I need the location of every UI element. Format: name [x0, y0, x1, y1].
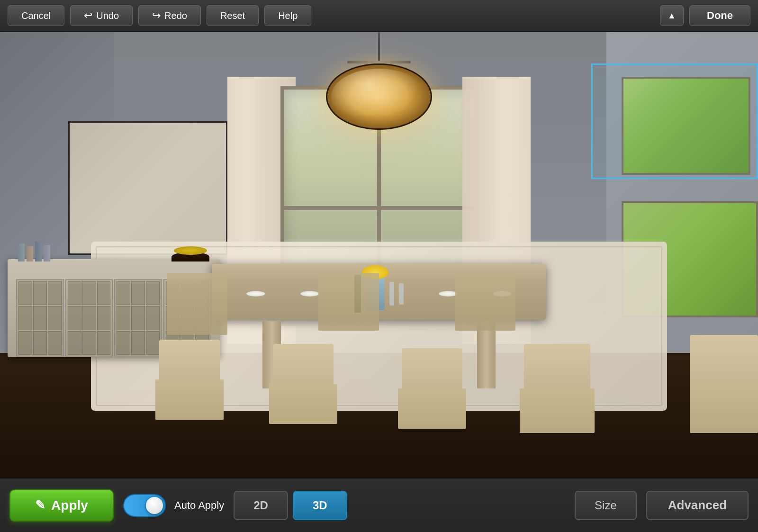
- redo-icon: ↪: [152, 9, 161, 22]
- table-leg-2: [477, 321, 496, 388]
- chair-back-center: [318, 273, 379, 331]
- toggle-knob: [146, 497, 163, 514]
- book-2: [27, 246, 33, 261]
- chandelier: [326, 32, 432, 130]
- chevron-up-icon: ▲: [668, 11, 676, 21]
- chandelier-chain: [378, 32, 380, 61]
- advanced-button[interactable]: Advanced: [646, 491, 749, 520]
- wine-glass-2: [399, 283, 404, 305]
- sideboard-door-1: [16, 279, 64, 357]
- scene-area[interactable]: [0, 32, 758, 478]
- undo-icon: ↩: [84, 9, 92, 22]
- view-3d-button[interactable]: 3D: [293, 491, 347, 520]
- auto-apply-toggle[interactable]: [123, 494, 166, 517]
- auto-apply-area: Auto Apply: [123, 494, 224, 517]
- view-mode-group: 2D 3D: [234, 491, 347, 520]
- window-right-upper: [622, 77, 750, 175]
- chair-front-right: [515, 344, 599, 433]
- size-button[interactable]: Size: [575, 491, 637, 520]
- auto-apply-label: Auto Apply: [174, 499, 224, 512]
- sideboard-door-2: [65, 279, 113, 357]
- fruits: [174, 246, 207, 255]
- done-button[interactable]: Done: [689, 5, 750, 26]
- chair-back-left: [167, 273, 227, 335]
- sideboard-items: [18, 242, 209, 261]
- book-3: [35, 242, 42, 261]
- top-toolbar: Cancel ↩ Undo ↪ Redo Reset Help ▲ Done: [0, 0, 758, 32]
- chandelier-body: [326, 63, 432, 130]
- plate-2: [300, 291, 319, 297]
- art-frame[interactable]: [68, 121, 227, 255]
- collapse-button[interactable]: ▲: [660, 5, 684, 26]
- book-4: [44, 245, 50, 261]
- pencil-icon: ✎: [35, 498, 45, 513]
- wine-glass-1: [389, 282, 394, 306]
- chair-front-center: [265, 344, 341, 424]
- chair-front-left: [152, 340, 227, 420]
- help-button[interactable]: Help: [264, 5, 311, 26]
- chair-front-right-center: [394, 348, 470, 428]
- redo-button[interactable]: ↪ Redo: [138, 5, 201, 26]
- reset-button[interactable]: Reset: [207, 5, 259, 26]
- plate-1: [246, 291, 265, 297]
- undo-button[interactable]: ↩ Undo: [70, 5, 133, 26]
- scene-background: [0, 32, 758, 478]
- chair-far-right: [690, 335, 758, 433]
- apply-button[interactable]: ✎ Apply: [9, 489, 114, 522]
- book-1: [18, 243, 25, 261]
- chair-back-right: [455, 273, 515, 331]
- view-2d-button[interactable]: 2D: [234, 491, 288, 520]
- cancel-button[interactable]: Cancel: [8, 5, 64, 26]
- fruit-bowl: [171, 252, 209, 261]
- bottom-toolbar: ✎ Apply Auto Apply 2D 3D Size Advanced: [0, 478, 758, 532]
